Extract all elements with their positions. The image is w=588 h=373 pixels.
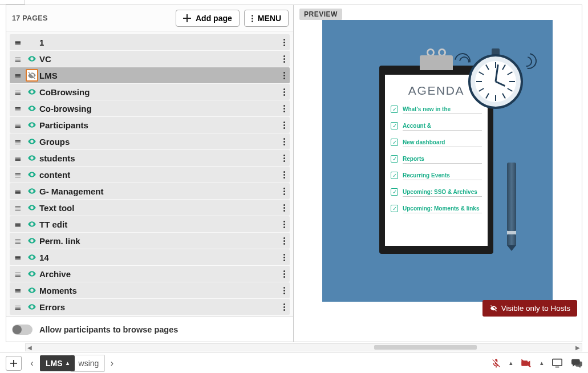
- page-row[interactable]: ≣Participants: [10, 117, 290, 133]
- checkbox-checked-icon: ✓: [391, 122, 398, 129]
- drag-handle-icon[interactable]: ≣: [12, 51, 23, 67]
- page-row[interactable]: ≣Errors: [10, 299, 290, 315]
- drag-handle-icon[interactable]: ≣: [12, 183, 23, 199]
- camera-off-icon[interactable]: [521, 359, 532, 368]
- drag-handle-icon[interactable]: ≣: [12, 233, 23, 249]
- page-label: G- Management: [39, 186, 282, 196]
- tab-current[interactable]: LMS ▴: [40, 355, 75, 371]
- page-row[interactable]: ≣TT edit: [10, 216, 290, 232]
- page-row[interactable]: ≣Archive: [10, 266, 290, 282]
- row-menu-button[interactable]: [282, 203, 286, 213]
- agenda-item-text: Upcoming: SSO & Archives: [403, 188, 482, 197]
- drag-handle-icon[interactable]: ≣: [12, 200, 23, 216]
- tab-next-button[interactable]: ›: [106, 358, 117, 368]
- visibility-on-icon[interactable]: [26, 86, 38, 98]
- chat-icon[interactable]: [571, 358, 582, 368]
- page-row[interactable]: ≣VC: [10, 51, 290, 67]
- drag-handle-icon[interactable]: ≣: [12, 266, 23, 282]
- visibility-on-icon[interactable]: [26, 168, 38, 181]
- page-row[interactable]: ≣CoBrowsing: [10, 84, 290, 100]
- drag-handle-icon[interactable]: ≣: [12, 67, 23, 83]
- visibility-on-icon[interactable]: [26, 201, 38, 214]
- row-menu-button[interactable]: [282, 186, 286, 196]
- visibility-on-icon[interactable]: [26, 267, 38, 280]
- drag-handle-icon[interactable]: ≣: [12, 249, 23, 265]
- row-menu-button[interactable]: [282, 236, 286, 246]
- page-row[interactable]: ≣G- Management: [10, 183, 290, 199]
- page-row[interactable]: ≣LMS: [10, 67, 290, 83]
- agenda-item-text: Upcoming: Moments & links: [403, 205, 482, 213]
- visibility-on-icon[interactable]: [26, 251, 38, 263]
- row-menu-button[interactable]: [282, 71, 286, 80]
- page-row[interactable]: ≣Moments: [10, 282, 290, 298]
- visibility-on-icon[interactable]: [26, 102, 38, 115]
- row-menu-button[interactable]: [282, 253, 286, 262]
- scroll-thumb[interactable]: [374, 345, 477, 350]
- page-row[interactable]: ≣content: [10, 167, 290, 183]
- row-menu-button[interactable]: [282, 302, 286, 312]
- bottom-right-controls: ▴ ▴: [491, 358, 582, 368]
- row-menu-button[interactable]: [282, 137, 286, 147]
- page-label: content: [39, 170, 282, 180]
- page-row[interactable]: ≣students: [10, 150, 290, 166]
- page-row[interactable]: ≣Groups: [10, 133, 290, 149]
- row-menu-button[interactable]: [282, 153, 286, 163]
- visibility-on-icon[interactable]: [26, 52, 38, 65]
- drag-handle-icon[interactable]: ≣: [12, 282, 23, 298]
- visibility-on-icon[interactable]: [26, 135, 38, 148]
- row-menu-button[interactable]: [282, 286, 286, 295]
- menu-button[interactable]: MENU: [244, 10, 289, 27]
- add-page-button[interactable]: Add page: [176, 10, 240, 27]
- page-row[interactable]: ≣14: [10, 249, 290, 265]
- drag-handle-icon[interactable]: ≣: [12, 100, 23, 116]
- visibility-on-icon[interactable]: [26, 36, 38, 48]
- row-menu-button[interactable]: [282, 220, 286, 229]
- page-list[interactable]: ≣1≣VC≣LMS≣CoBrowsing≣Co-browsing≣Partici…: [6, 31, 293, 317]
- visibility-on-icon[interactable]: [26, 119, 38, 131]
- visibility-on-icon[interactable]: [26, 234, 38, 247]
- drag-handle-icon[interactable]: ≣: [12, 167, 23, 183]
- page-row[interactable]: ≣Text tool: [10, 200, 290, 216]
- agenda-item-text: Recurring Events: [403, 172, 482, 180]
- visibility-on-icon[interactable]: [26, 301, 38, 313]
- drag-handle-icon[interactable]: ≣: [12, 84, 23, 100]
- page-row[interactable]: ≣Perm. link: [10, 233, 290, 249]
- tab-prev-button[interactable]: ‹: [26, 358, 38, 368]
- horizontal-scrollbar[interactable]: ◀ ▶: [25, 343, 582, 351]
- row-menu-button[interactable]: [282, 120, 286, 130]
- scroll-left-icon[interactable]: ◀: [26, 344, 34, 351]
- drag-handle-icon[interactable]: ≣: [12, 299, 23, 315]
- visibility-on-icon[interactable]: [26, 284, 38, 297]
- mic-menu-button[interactable]: ▴: [509, 359, 513, 367]
- row-menu-button[interactable]: [282, 87, 286, 97]
- new-tab-button[interactable]: [6, 356, 22, 371]
- page-list-header: 17 PAGES Add page MENU: [6, 5, 293, 31]
- agenda-item-text: Account &: [403, 122, 482, 131]
- page-label: 14: [39, 253, 282, 262]
- page-label: TT edit: [39, 220, 282, 229]
- drag-handle-icon[interactable]: ≣: [12, 117, 23, 133]
- drag-handle-icon[interactable]: ≣: [12, 133, 23, 149]
- page-row[interactable]: ≣Co-browsing: [10, 100, 290, 116]
- visibility-on-icon[interactable]: [26, 218, 38, 230]
- row-menu-button[interactable]: [282, 104, 286, 113]
- drag-handle-icon[interactable]: ≣: [12, 216, 23, 232]
- add-page-label: Add page: [196, 14, 232, 23]
- visibility-off-icon[interactable]: [26, 69, 38, 82]
- drag-handle-icon[interactable]: ≣: [12, 34, 23, 50]
- camera-menu-button[interactable]: ▴: [540, 359, 544, 367]
- screen-share-icon[interactable]: [551, 358, 563, 368]
- browse-toggle[interactable]: [12, 325, 33, 335]
- row-menu-button[interactable]: [282, 54, 286, 64]
- tab-behind[interactable]: wsing: [70, 355, 106, 372]
- visibility-on-icon[interactable]: [26, 152, 38, 164]
- visibility-on-icon[interactable]: [26, 185, 38, 197]
- mic-off-icon[interactable]: [491, 358, 501, 368]
- drag-handle-icon[interactable]: ≣: [12, 150, 23, 166]
- page-row[interactable]: ≣1: [10, 34, 290, 50]
- scroll-track[interactable]: [34, 344, 574, 351]
- row-menu-button[interactable]: [282, 38, 286, 47]
- row-menu-button[interactable]: [282, 269, 286, 279]
- row-menu-button[interactable]: [282, 170, 286, 180]
- scroll-right-icon[interactable]: ▶: [574, 344, 582, 351]
